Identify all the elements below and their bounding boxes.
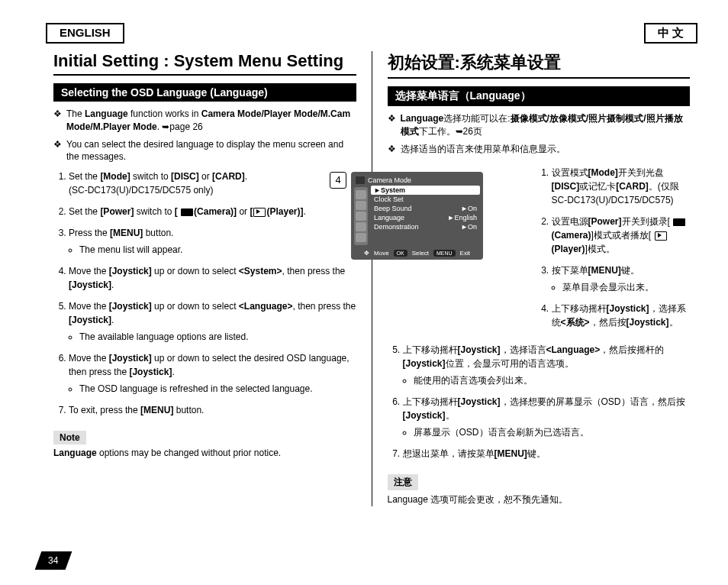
step3sub-en: The menu list will appear. — [79, 243, 356, 257]
nav-move: Move — [374, 250, 389, 257]
player-icon — [253, 208, 266, 217]
step5sub-en: The available language options are liste… — [79, 330, 356, 344]
osd-item2: Beep Sound — [374, 205, 412, 212]
step7-cn: 想退出菜单，请按菜单[MENU]键。 — [403, 447, 691, 461]
note-label-cn: 注意 — [388, 474, 418, 490]
camera-icon — [181, 208, 193, 216]
step4-en: Move the [Joystick] up or down to select… — [69, 264, 356, 292]
osd-val3: ►On — [461, 223, 477, 231]
tab-chinese-label: 中 文 — [658, 26, 684, 39]
osd-nav: ✥Move OKSelect MENUExit — [354, 250, 480, 257]
osd-language: Language►English — [371, 213, 480, 222]
osd-mode: Camera Mode — [368, 176, 411, 184]
osd-val1: ►On — [461, 205, 477, 212]
page-num-text: 34 — [48, 555, 58, 566]
step6-en: Move the [Joystick] up or down to select… — [69, 351, 356, 396]
tab-english-label: ENGLISH — [60, 26, 111, 39]
step6sub-cn: 屏幕显示（OSD）语言会刷新为已选语言。 — [414, 425, 691, 439]
intro2-cn: 选择适当的语言来使用菜单和信息显示。 — [401, 143, 565, 156]
osd-val2: ►English — [448, 214, 477, 221]
step2-cn: 设置电源[Power]开关到摄录[ (Camera)]模式或者播放[ (Play… — [552, 215, 691, 256]
step6sub-en: The OSD language is refreshed in the sel… — [79, 382, 356, 396]
page-number: 34 — [38, 551, 69, 570]
step5-en: Move the [Joystick] up or down to select… — [69, 299, 356, 344]
col-english: Initial Setting : System Menu Setting Se… — [46, 51, 372, 506]
title-cn: 初始设置:系统菜单设置 — [388, 51, 691, 79]
osd-item3: Language — [374, 214, 404, 221]
osd-demo: Demonstration►On — [371, 222, 480, 231]
osd-clock: Clock Set — [371, 195, 480, 204]
camera-mode-icon — [356, 176, 365, 184]
player-icon — [655, 231, 667, 241]
tab-english: ENGLISH — [46, 23, 124, 44]
menu-pill: MENU — [433, 250, 456, 257]
diamond-icon: ❖ — [388, 143, 396, 156]
step-indicator: 4 — [330, 172, 346, 189]
step1-cn: 设置模式[Mode]开关到光盘[DISC]或记忆卡[CARD]。(仅限SC-DC… — [552, 166, 691, 207]
camera-icon — [673, 218, 685, 226]
intro1-en: The Language function works in Camera Mo… — [66, 108, 356, 134]
osd-screen: Camera Mode ►System Clock Set Beep Sound… — [351, 172, 483, 260]
nav-select: Select — [412, 250, 429, 257]
section-title-en: Selecting the OSD Language (Language) — [53, 83, 356, 102]
step3-cn: 按下菜单[MENU]键。菜单目录会显示出来。 — [552, 263, 691, 294]
step2-en: Set the [Power] switch to [ (Camera)] or… — [69, 205, 356, 218]
intro1-cn: Language选择功能可以在:摄像模式/放像模式/照片摄制模式/照片播放模式下… — [401, 112, 691, 138]
step3-en: Press the [MENU] button.The menu list wi… — [69, 226, 356, 257]
note-cn: Language 选项可能会更改，恕不预先通知。 — [388, 493, 691, 506]
osd-item0: ►System — [374, 186, 405, 194]
step1-en: Set the [Mode] switch to [DISC] or [CARD… — [69, 170, 356, 197]
osd-sidebar — [354, 187, 368, 245]
osd-system: ►System — [371, 186, 480, 195]
step5-cn: 上下移动摇杆[Joystick]，选择语言<Language>，然后按摇杆的[J… — [403, 343, 691, 387]
diamond-icon: ❖ — [53, 138, 62, 164]
nav-exit: Exit — [460, 250, 470, 257]
step3sub-cn: 菜单目录会显示出来。 — [562, 280, 691, 294]
osd-item4: Demonstration — [374, 223, 419, 231]
intro2-en: You can select the desired language to d… — [66, 138, 356, 164]
osd-beep: Beep Sound►On — [371, 204, 480, 213]
diamond-icon: ❖ — [388, 112, 396, 138]
note-label-en: Note — [53, 431, 86, 444]
title-en: Initial Setting : System Menu Setting — [53, 51, 356, 76]
tab-chinese: 中 文 — [644, 23, 697, 44]
osd-item1: Clock Set — [374, 196, 404, 203]
section-title-cn: 选择菜单语言（Language） — [388, 86, 691, 106]
step5sub-cn: 能使用的语言选项会列出来。 — [414, 373, 691, 387]
step7-en: To exit, press the [MENU] button. — [69, 403, 356, 417]
move-icon: ✥ — [364, 250, 369, 257]
ok-pill: OK — [394, 250, 407, 257]
step6-cn: 上下移动摇杆[Joystick]，选择想要的屏幕显示（OSD）语言，然后按[Jo… — [403, 395, 691, 439]
col-chinese: 初始设置:系统菜单设置 选择菜单语言（Language） ❖Language选择… — [372, 51, 698, 506]
diamond-icon: ❖ — [53, 108, 62, 134]
pageref-icon: ➥ — [162, 121, 169, 132]
note-en: Language options may be changed without … — [53, 448, 356, 458]
step4-cn: 上下移动摇杆[Joystick]，选择系统<系统>，然后按[Joystick]。 — [552, 302, 691, 329]
pageref-icon: ➥ — [456, 126, 463, 137]
